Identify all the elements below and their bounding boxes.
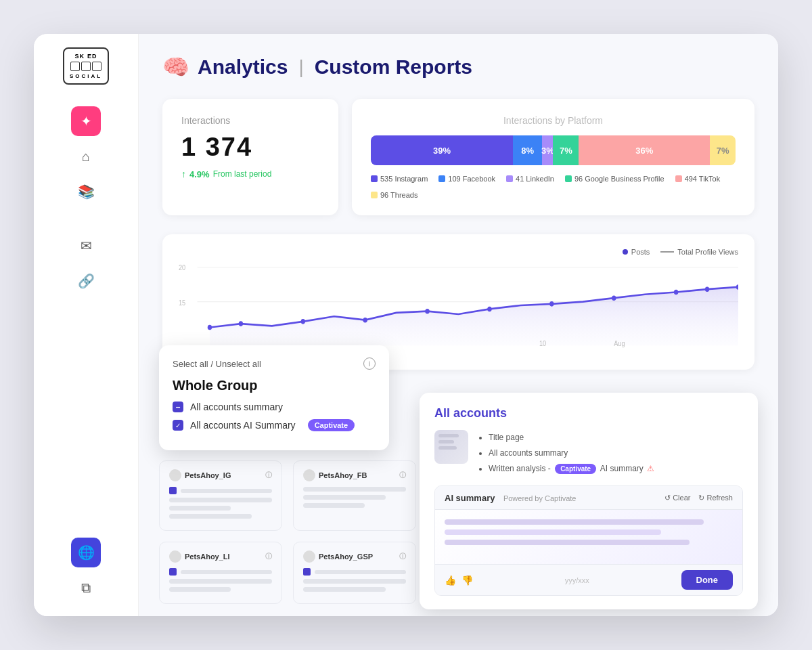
info-icon[interactable]: i bbox=[363, 358, 376, 370]
bar-tiktok: 36% bbox=[579, 135, 710, 165]
warning-icon: ⚠ bbox=[647, 464, 654, 473]
svg-text:15: 15 bbox=[179, 299, 186, 307]
trend-label: From last period bbox=[213, 169, 272, 179]
page-header: 🧠 Analytics | Custom Reports bbox=[162, 54, 754, 80]
done-button[interactable]: Done bbox=[681, 570, 734, 590]
sidebar-item-ai[interactable]: ✦ bbox=[71, 106, 101, 136]
svg-text:20: 20 bbox=[179, 263, 186, 272]
sidebar-item-library[interactable]: 📚 bbox=[71, 177, 101, 207]
clear-button[interactable]: ↺ Clear bbox=[664, 494, 690, 502]
account-card-gsp: PetsAhoy_GSP ⓘ bbox=[293, 542, 416, 604]
legend-posts: Posts bbox=[623, 248, 650, 256]
bar-facebook: 8% bbox=[513, 135, 542, 165]
sidebar-item-messages[interactable]: ✉ bbox=[71, 231, 101, 261]
line-chart: 20 15 bbox=[179, 261, 738, 349]
sidebar-item-copy[interactable]: ⧉ bbox=[71, 573, 101, 603]
page-title: Analytics bbox=[198, 56, 288, 79]
select-all-header: Select all / Unselect all i bbox=[173, 358, 376, 370]
interactions-value: 1 374 bbox=[181, 133, 319, 162]
main-content: 🧠 Analytics | Custom Reports Interaction… bbox=[139, 34, 778, 616]
account-card-li: PetsAhoy_LI ⓘ bbox=[159, 542, 282, 604]
platform-bar: 39% 8% 3% 7% 36% 7% bbox=[371, 135, 736, 165]
avatar-ig bbox=[169, 469, 181, 481]
svg-point-9 bbox=[487, 307, 491, 312]
info-ig[interactable]: ⓘ bbox=[265, 471, 272, 480]
ai-summary-section: AI summary Powered by Captivate ↺ Clear … bbox=[434, 485, 743, 596]
library-icon: 📚 bbox=[78, 183, 95, 200]
svg-point-5 bbox=[239, 321, 243, 326]
all-accounts-summary-row[interactable]: – All accounts summary bbox=[173, 402, 376, 412]
legend-google: 96 Google Business Profile bbox=[565, 175, 664, 183]
stats-row: Interactions 1 374 ↑ 4.9% From last peri… bbox=[162, 99, 754, 215]
app-container: SKED SOCIAL ✦ ⌂ 📚 ✉ 🔗 🌐 bbox=[34, 34, 778, 616]
sidebar-item-home[interactable]: ⌂ bbox=[71, 142, 101, 171]
legend-instagram: 535 Instagram bbox=[371, 175, 428, 183]
all-accounts-ai-row[interactable]: ✓ All accounts AI Summary Captivate bbox=[173, 419, 376, 431]
trend-value: 4.9% bbox=[189, 169, 210, 179]
select-all-text: Select all / Unselect all bbox=[173, 359, 261, 369]
interactions-card: Interactions 1 374 ↑ 4.9% From last peri… bbox=[162, 99, 338, 215]
avatar-li bbox=[169, 550, 181, 563]
avatar-gsp bbox=[303, 550, 315, 563]
svg-point-4 bbox=[208, 325, 212, 330]
svg-text:Aug: Aug bbox=[614, 339, 625, 347]
account-name-li: PetsAhoy_LI bbox=[185, 552, 230, 561]
legend-linkedin: 41 LinkedIn bbox=[506, 175, 554, 183]
checked-checkbox[interactable]: ✓ bbox=[173, 420, 183, 431]
ai-summary-header: AI summary Powered by Captivate ↺ Clear … bbox=[435, 486, 742, 510]
trend-row: ↑ 4.9% From last period bbox=[181, 169, 319, 179]
refresh-button[interactable]: ↻ Refresh bbox=[698, 494, 733, 502]
captivate-badge: Captivate bbox=[308, 419, 355, 431]
account-card-ig: PetsAhoy_IG ⓘ bbox=[159, 460, 282, 531]
platform-label: Interactions by Platform bbox=[371, 115, 736, 126]
thumbs-down-icon[interactable]: 👎 bbox=[461, 575, 473, 586]
ai-actions: ↺ Clear ↻ Refresh bbox=[664, 494, 733, 502]
ai-skeleton-3 bbox=[445, 540, 690, 545]
accounts-preview: Title page All accounts summary Written … bbox=[434, 430, 743, 476]
link-icon: 🔗 bbox=[78, 273, 95, 289]
info-title-page: Title page bbox=[489, 430, 654, 446]
copy-icon: ⧉ bbox=[81, 580, 91, 596]
avatar-fb bbox=[303, 469, 315, 481]
account-name-fb: PetsAhoy_FB bbox=[319, 471, 367, 479]
platform-card: Interactions by Platform 39% 8% 3% 7% 36… bbox=[352, 99, 754, 215]
sidebar-item-global[interactable]: 🌐 bbox=[71, 538, 101, 567]
thumbs-up-icon[interactable]: 👍 bbox=[445, 575, 456, 586]
all-accounts-summary-label: All accounts summary bbox=[190, 402, 283, 412]
select-all-panel: Select all / Unselect all i Whole Group … bbox=[159, 345, 389, 450]
sidebar: SKED SOCIAL ✦ ⌂ 📚 ✉ 🔗 🌐 bbox=[34, 34, 139, 616]
bar-google: 7% bbox=[553, 135, 579, 165]
ai-sparkle-icon: ✦ bbox=[81, 113, 92, 129]
accounts-info: Title page All accounts summary Written … bbox=[478, 430, 654, 476]
info-li[interactable]: ⓘ bbox=[265, 552, 272, 561]
all-accounts-ai-label: All accounts AI Summary bbox=[190, 420, 296, 431]
date-hint: yyy/xxx bbox=[565, 576, 589, 584]
info-all-accounts: All accounts summary bbox=[489, 446, 654, 461]
globe-icon: 🌐 bbox=[78, 544, 95, 561]
interactions-label: Interactions bbox=[181, 115, 319, 126]
select-all-link[interactable]: Select all bbox=[173, 359, 208, 369]
bar-linkedin: 3% bbox=[542, 135, 553, 165]
info-written-analysis: Written analysis - Captivate AI summary … bbox=[489, 461, 654, 477]
svg-point-13 bbox=[705, 286, 709, 292]
minus-checkbox[interactable]: – bbox=[173, 402, 183, 412]
unselect-all-link[interactable]: Unselect all bbox=[216, 359, 261, 369]
info-fb[interactable]: ⓘ bbox=[399, 471, 406, 480]
account-cards-grid: PetsAhoy_IG ⓘ PetsAhoy_FB ⓘ bbox=[159, 460, 416, 604]
legend-facebook: 109 Facebook bbox=[438, 175, 495, 183]
header-divider: | bbox=[298, 56, 303, 78]
sidebar-item-links[interactable]: 🔗 bbox=[71, 266, 101, 296]
clear-icon: ↺ bbox=[664, 494, 671, 502]
info-gsp[interactable]: ⓘ bbox=[399, 552, 406, 561]
ai-summary-body bbox=[435, 510, 742, 564]
account-name-ig: PetsAhoy_IG bbox=[185, 471, 231, 479]
logo: SKED SOCIAL bbox=[63, 47, 109, 85]
analytics-icon: 🧠 bbox=[162, 54, 189, 80]
ai-summary-title: AI summary bbox=[445, 493, 495, 503]
svg-text:10: 10 bbox=[539, 339, 547, 347]
whole-group-title: Whole Group bbox=[173, 378, 376, 393]
svg-point-11 bbox=[612, 295, 616, 301]
home-icon: ⌂ bbox=[82, 149, 90, 165]
ai-summary-footer: 👍 👎 yyy/xxx Done bbox=[435, 564, 742, 595]
captivate-inline-badge: Captivate bbox=[555, 464, 596, 474]
